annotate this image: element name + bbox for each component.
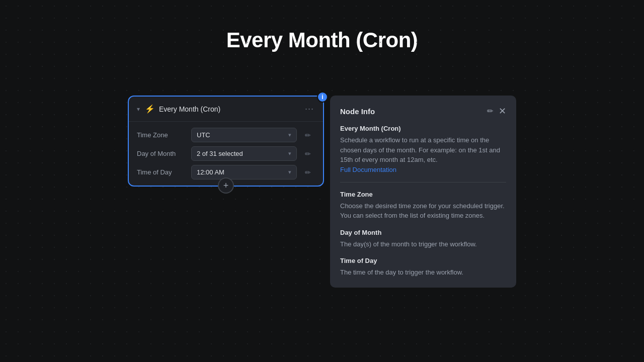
panel-main-title: Every Month (Cron) [340, 125, 506, 132]
time-of-day-info-section: Time of Day The time of the day to trigg… [340, 257, 506, 278]
day-of-month-chevron-icon: ▾ [288, 150, 291, 157]
node-header: ▾ ⚡ Every Month (Cron) ··· [129, 97, 323, 122]
day-of-month-field-row: Day of Month 2 of 31 selected ▾ ✏ [137, 146, 315, 161]
time-of-day-edit-button[interactable]: ✏ [301, 165, 315, 179]
lightning-icon: ⚡ [145, 104, 155, 114]
node-title: Every Month (Cron) [159, 105, 220, 113]
timezone-chevron-icon: ▾ [288, 132, 291, 138]
panel-header: Node Info ✏ ✕ [340, 106, 506, 117]
page-title: Every Month (Cron) [0, 0, 644, 52]
node-header-left: ▾ ⚡ Every Month (Cron) [136, 104, 299, 114]
panel-main-desc: Schedule a workflow to run at a specific… [340, 135, 506, 165]
panel-close-button[interactable]: ✕ [499, 106, 506, 117]
timezone-info-desc: Choose the desired time zone for your sc… [340, 201, 506, 221]
timezone-control: UTC ▾ [191, 128, 297, 142]
docs-link[interactable]: Full Documentation [340, 166, 396, 173]
node-fields: Time Zone UTC ▾ ✏ Day of Month 2 of 31 s… [129, 122, 323, 186]
time-of-day-select[interactable]: 12:00 AM ▾ [191, 165, 297, 179]
node-card: i ▾ ⚡ Every Month (Cron) ··· Time Zone U… [128, 96, 324, 187]
day-of-month-control: 2 of 31 selected ▾ [191, 146, 297, 161]
time-of-day-label: Time of Day [137, 168, 187, 176]
timezone-field-row: Time Zone UTC ▾ ✏ [137, 128, 315, 142]
collapse-button[interactable]: ▾ [136, 105, 141, 114]
day-of-month-label: Day of Month [137, 150, 187, 157]
node-menu-button[interactable]: ··· [303, 103, 316, 115]
day-of-month-info-title: Day of Month [340, 229, 506, 236]
time-of-day-control: 12:00 AM ▾ [191, 165, 297, 179]
timezone-value: UTC [197, 131, 210, 139]
time-of-day-info-title: Time of Day [340, 257, 506, 264]
timezone-info-section: Time Zone Choose the desired time zone f… [340, 191, 506, 221]
info-badge[interactable]: i [317, 92, 328, 103]
time-of-day-value: 12:00 AM [197, 168, 224, 176]
timezone-info-title: Time Zone [340, 191, 506, 198]
panel-actions: ✏ ✕ [487, 106, 506, 117]
timezone-label: Time Zone [137, 131, 187, 139]
day-of-month-edit-button[interactable]: ✏ [301, 147, 315, 161]
day-of-month-select[interactable]: 2 of 31 selected ▾ [191, 146, 297, 161]
timezone-edit-button[interactable]: ✏ [301, 128, 315, 142]
node-info-panel: Node Info ✏ ✕ Every Month (Cron) Schedul… [330, 96, 516, 288]
timezone-select[interactable]: UTC ▾ [191, 128, 297, 142]
canvas-area: i ▾ ⚡ Every Month (Cron) ··· Time Zone U… [0, 85, 644, 362]
day-of-month-info-section: Day of Month The day(s) of the month to … [340, 229, 506, 249]
panel-title: Node Info [340, 107, 375, 116]
add-node-button[interactable]: + [218, 177, 234, 194]
panel-divider-1 [340, 182, 506, 183]
time-of-day-info-desc: The time of the day to trigger the workf… [340, 267, 506, 278]
panel-main-section: Every Month (Cron) Schedule a workflow t… [340, 125, 506, 174]
day-of-month-info-desc: The day(s) of the month to trigger the w… [340, 239, 506, 249]
time-of-day-chevron-icon: ▾ [288, 169, 291, 175]
day-of-month-value: 2 of 31 selected [197, 150, 243, 157]
panel-edit-button[interactable]: ✏ [487, 107, 494, 116]
